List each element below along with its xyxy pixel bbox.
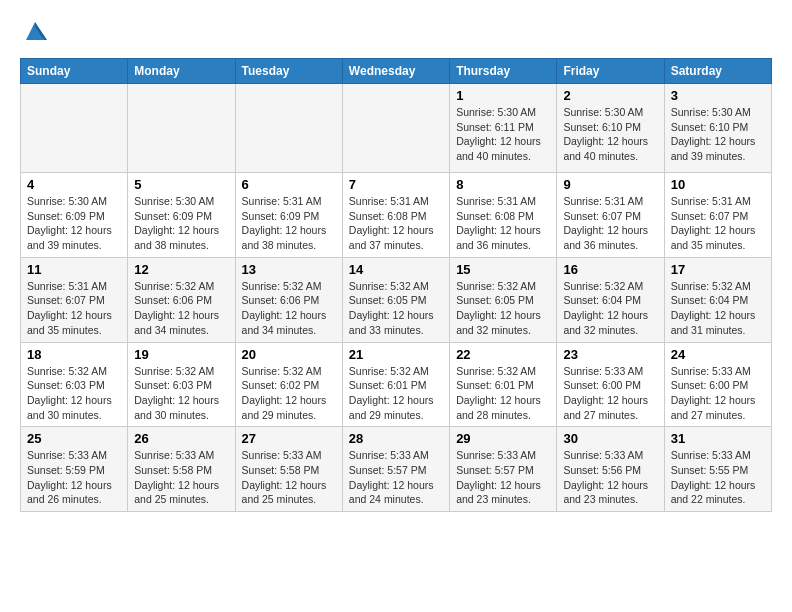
calendar-cell: 6Sunrise: 5:31 AMSunset: 6:09 PMDaylight… — [235, 173, 342, 258]
weekday-header-saturday: Saturday — [664, 59, 771, 84]
calendar-body: 1Sunrise: 5:30 AMSunset: 6:11 PMDaylight… — [21, 84, 772, 512]
page-container: SundayMondayTuesdayWednesdayThursdayFrid… — [0, 0, 792, 528]
weekday-header-thursday: Thursday — [450, 59, 557, 84]
day-number: 31 — [671, 431, 765, 446]
empty-cell — [27, 88, 121, 168]
day-info: Sunrise: 5:32 AMSunset: 6:03 PMDaylight:… — [27, 365, 112, 421]
logo-icon — [20, 16, 50, 46]
calendar-week-row: 1Sunrise: 5:30 AMSunset: 6:11 PMDaylight… — [21, 84, 772, 173]
day-info: Sunrise: 5:30 AMSunset: 6:11 PMDaylight:… — [456, 106, 541, 162]
page-header — [20, 16, 772, 46]
calendar-cell: 3Sunrise: 5:30 AMSunset: 6:10 PMDaylight… — [664, 84, 771, 173]
calendar-cell: 21Sunrise: 5:32 AMSunset: 6:01 PMDayligh… — [342, 342, 449, 427]
weekday-header-sunday: Sunday — [21, 59, 128, 84]
day-info: Sunrise: 5:32 AMSunset: 6:03 PMDaylight:… — [134, 365, 219, 421]
day-info: Sunrise: 5:30 AMSunset: 6:09 PMDaylight:… — [134, 195, 219, 251]
calendar-week-row: 4Sunrise: 5:30 AMSunset: 6:09 PMDaylight… — [21, 173, 772, 258]
calendar-cell: 25Sunrise: 5:33 AMSunset: 5:59 PMDayligh… — [21, 427, 128, 512]
day-number: 24 — [671, 347, 765, 362]
day-info: Sunrise: 5:33 AMSunset: 5:56 PMDaylight:… — [563, 449, 648, 505]
calendar-cell — [235, 84, 342, 173]
calendar-cell: 31Sunrise: 5:33 AMSunset: 5:55 PMDayligh… — [664, 427, 771, 512]
calendar-cell: 17Sunrise: 5:32 AMSunset: 6:04 PMDayligh… — [664, 257, 771, 342]
day-number: 13 — [242, 262, 336, 277]
day-number: 21 — [349, 347, 443, 362]
day-number: 29 — [456, 431, 550, 446]
calendar-week-row: 25Sunrise: 5:33 AMSunset: 5:59 PMDayligh… — [21, 427, 772, 512]
day-info: Sunrise: 5:33 AMSunset: 5:57 PMDaylight:… — [456, 449, 541, 505]
weekday-header-tuesday: Tuesday — [235, 59, 342, 84]
day-info: Sunrise: 5:31 AMSunset: 6:07 PMDaylight:… — [563, 195, 648, 251]
calendar-cell: 26Sunrise: 5:33 AMSunset: 5:58 PMDayligh… — [128, 427, 235, 512]
day-number: 4 — [27, 177, 121, 192]
day-info: Sunrise: 5:30 AMSunset: 6:10 PMDaylight:… — [563, 106, 648, 162]
day-info: Sunrise: 5:32 AMSunset: 6:04 PMDaylight:… — [563, 280, 648, 336]
day-number: 18 — [27, 347, 121, 362]
day-number: 17 — [671, 262, 765, 277]
day-number: 1 — [456, 88, 550, 103]
calendar-cell: 22Sunrise: 5:32 AMSunset: 6:01 PMDayligh… — [450, 342, 557, 427]
weekday-header-friday: Friday — [557, 59, 664, 84]
day-info: Sunrise: 5:33 AMSunset: 6:00 PMDaylight:… — [563, 365, 648, 421]
calendar-table: SundayMondayTuesdayWednesdayThursdayFrid… — [20, 58, 772, 512]
calendar-cell: 19Sunrise: 5:32 AMSunset: 6:03 PMDayligh… — [128, 342, 235, 427]
day-info: Sunrise: 5:30 AMSunset: 6:10 PMDaylight:… — [671, 106, 756, 162]
day-info: Sunrise: 5:30 AMSunset: 6:09 PMDaylight:… — [27, 195, 112, 251]
day-info: Sunrise: 5:32 AMSunset: 6:06 PMDaylight:… — [134, 280, 219, 336]
day-info: Sunrise: 5:32 AMSunset: 6:04 PMDaylight:… — [671, 280, 756, 336]
calendar-cell: 14Sunrise: 5:32 AMSunset: 6:05 PMDayligh… — [342, 257, 449, 342]
day-number: 7 — [349, 177, 443, 192]
day-info: Sunrise: 5:32 AMSunset: 6:01 PMDaylight:… — [456, 365, 541, 421]
calendar-cell: 9Sunrise: 5:31 AMSunset: 6:07 PMDaylight… — [557, 173, 664, 258]
day-info: Sunrise: 5:31 AMSunset: 6:09 PMDaylight:… — [242, 195, 327, 251]
weekday-header-monday: Monday — [128, 59, 235, 84]
day-number: 23 — [563, 347, 657, 362]
day-info: Sunrise: 5:31 AMSunset: 6:08 PMDaylight:… — [349, 195, 434, 251]
day-number: 12 — [134, 262, 228, 277]
calendar-cell: 7Sunrise: 5:31 AMSunset: 6:08 PMDaylight… — [342, 173, 449, 258]
day-info: Sunrise: 5:33 AMSunset: 5:58 PMDaylight:… — [134, 449, 219, 505]
calendar-cell: 24Sunrise: 5:33 AMSunset: 6:00 PMDayligh… — [664, 342, 771, 427]
day-info: Sunrise: 5:31 AMSunset: 6:07 PMDaylight:… — [27, 280, 112, 336]
day-number: 16 — [563, 262, 657, 277]
day-number: 20 — [242, 347, 336, 362]
calendar-cell: 5Sunrise: 5:30 AMSunset: 6:09 PMDaylight… — [128, 173, 235, 258]
weekday-header-wednesday: Wednesday — [342, 59, 449, 84]
day-number: 8 — [456, 177, 550, 192]
calendar-cell: 15Sunrise: 5:32 AMSunset: 6:05 PMDayligh… — [450, 257, 557, 342]
calendar-cell: 29Sunrise: 5:33 AMSunset: 5:57 PMDayligh… — [450, 427, 557, 512]
calendar-cell: 23Sunrise: 5:33 AMSunset: 6:00 PMDayligh… — [557, 342, 664, 427]
calendar-cell: 11Sunrise: 5:31 AMSunset: 6:07 PMDayligh… — [21, 257, 128, 342]
day-info: Sunrise: 5:33 AMSunset: 5:59 PMDaylight:… — [27, 449, 112, 505]
day-info: Sunrise: 5:33 AMSunset: 5:55 PMDaylight:… — [671, 449, 756, 505]
calendar-cell: 13Sunrise: 5:32 AMSunset: 6:06 PMDayligh… — [235, 257, 342, 342]
day-info: Sunrise: 5:32 AMSunset: 6:05 PMDaylight:… — [456, 280, 541, 336]
calendar-cell: 10Sunrise: 5:31 AMSunset: 6:07 PMDayligh… — [664, 173, 771, 258]
calendar-cell: 16Sunrise: 5:32 AMSunset: 6:04 PMDayligh… — [557, 257, 664, 342]
day-number: 6 — [242, 177, 336, 192]
day-number: 22 — [456, 347, 550, 362]
day-info: Sunrise: 5:32 AMSunset: 6:06 PMDaylight:… — [242, 280, 327, 336]
day-number: 19 — [134, 347, 228, 362]
empty-cell — [134, 88, 228, 168]
day-info: Sunrise: 5:33 AMSunset: 5:58 PMDaylight:… — [242, 449, 327, 505]
empty-cell — [349, 88, 443, 168]
calendar-cell: 8Sunrise: 5:31 AMSunset: 6:08 PMDaylight… — [450, 173, 557, 258]
calendar-cell: 2Sunrise: 5:30 AMSunset: 6:10 PMDaylight… — [557, 84, 664, 173]
calendar-cell: 28Sunrise: 5:33 AMSunset: 5:57 PMDayligh… — [342, 427, 449, 512]
day-info: Sunrise: 5:31 AMSunset: 6:08 PMDaylight:… — [456, 195, 541, 251]
day-number: 25 — [27, 431, 121, 446]
day-number: 26 — [134, 431, 228, 446]
day-info: Sunrise: 5:31 AMSunset: 6:07 PMDaylight:… — [671, 195, 756, 251]
day-info: Sunrise: 5:33 AMSunset: 6:00 PMDaylight:… — [671, 365, 756, 421]
calendar-cell: 18Sunrise: 5:32 AMSunset: 6:03 PMDayligh… — [21, 342, 128, 427]
day-info: Sunrise: 5:32 AMSunset: 6:01 PMDaylight:… — [349, 365, 434, 421]
calendar-cell — [128, 84, 235, 173]
day-info: Sunrise: 5:32 AMSunset: 6:02 PMDaylight:… — [242, 365, 327, 421]
calendar-cell: 20Sunrise: 5:32 AMSunset: 6:02 PMDayligh… — [235, 342, 342, 427]
day-number: 15 — [456, 262, 550, 277]
day-number: 28 — [349, 431, 443, 446]
day-number: 27 — [242, 431, 336, 446]
calendar-cell: 1Sunrise: 5:30 AMSunset: 6:11 PMDaylight… — [450, 84, 557, 173]
calendar-cell: 27Sunrise: 5:33 AMSunset: 5:58 PMDayligh… — [235, 427, 342, 512]
